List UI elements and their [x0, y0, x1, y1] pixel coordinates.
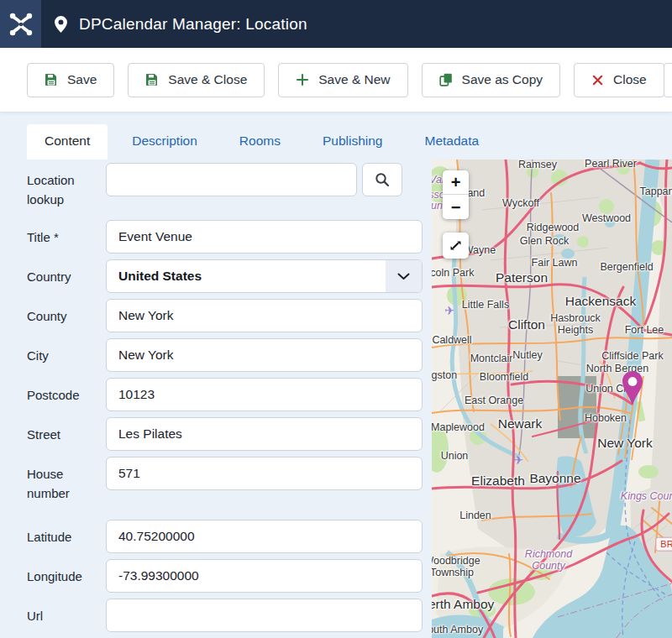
toolbar-button-label: Save & Close: [168, 72, 247, 87]
label-postcode: Postcode: [27, 378, 106, 411]
form-row-latitude: Latitude: [27, 520, 425, 553]
field-city: [106, 338, 423, 372]
field-street: [106, 417, 423, 451]
save-new-button[interactable]: Save & New: [278, 63, 407, 97]
form-row-house-number: House number: [27, 457, 425, 503]
form-row-url: Url: [27, 599, 425, 632]
toolbar: SaveSave & CloseSave & NewSave as CopyCl…: [0, 48, 672, 112]
toolbar-button-label: Save & New: [318, 72, 390, 87]
label-country: Country: [27, 259, 106, 293]
label-city: City: [27, 338, 106, 372]
chevron-down-icon: [386, 260, 422, 292]
form-row-location-lookup: Location lookup: [27, 163, 425, 209]
title-input[interactable]: [106, 220, 423, 254]
save-icon: [145, 73, 159, 86]
location-pin-icon: [54, 15, 68, 34]
tab-publishing[interactable]: Publishing: [305, 124, 401, 160]
label-location-lookup: Location lookup: [27, 163, 106, 209]
app-header: DPCalendar Manager: Location: [0, 0, 672, 48]
save-copy-button[interactable]: Save as Copy: [422, 63, 561, 97]
label-latitude: Latitude: [27, 520, 106, 553]
fullscreen-button[interactable]: [443, 233, 469, 259]
form-row-city: City: [27, 338, 425, 372]
toolbar-button-partial[interactable]: [664, 63, 672, 97]
label-title: Title *: [27, 220, 106, 254]
field-location-lookup: [106, 163, 402, 209]
tab-content[interactable]: Content: [27, 124, 108, 160]
country-select[interactable]: United States: [106, 259, 423, 293]
location-form: Location lookupTitle *CountryUnited Stat…: [0, 160, 425, 638]
county-input[interactable]: [106, 299, 423, 332]
save-icon: [45, 73, 58, 86]
label-house-number: House number: [27, 457, 106, 503]
tab-metadata[interactable]: Metadata: [407, 124, 496, 160]
close-button[interactable]: Close: [574, 63, 664, 97]
form-row-title: Title *: [27, 220, 425, 254]
form-row-street: Street: [27, 417, 425, 451]
postcode-input[interactable]: [106, 378, 423, 411]
form-row-country: CountryUnited States: [27, 259, 425, 293]
location-lookup-input[interactable]: [106, 163, 357, 196]
toolbar-button-label: Save: [67, 72, 97, 87]
location-search-button[interactable]: [362, 163, 402, 196]
url-input[interactable]: [106, 599, 423, 632]
field-postcode: [106, 378, 423, 411]
label-url: Url: [27, 599, 106, 632]
joomla-logo-icon: [7, 10, 35, 39]
street-input[interactable]: [106, 417, 423, 451]
map-zoom-control: + −: [443, 170, 469, 219]
country-selected-value: United States: [107, 269, 202, 284]
longitude-input[interactable]: [106, 559, 423, 593]
toolbar-button-label: Close: [613, 72, 647, 87]
label-street: Street: [27, 417, 106, 451]
copy-icon: [439, 73, 453, 86]
field-country: United States: [106, 259, 423, 293]
form-row-postcode: Postcode: [27, 378, 425, 411]
tab-bar: ContentDescriptionRoomsPublishingMetadat…: [27, 124, 672, 160]
tab-rooms[interactable]: Rooms: [222, 124, 298, 160]
fullscreen-arrows-icon: [449, 238, 463, 253]
field-longitude: [106, 559, 423, 593]
save-button[interactable]: Save: [27, 63, 114, 97]
save-close-button[interactable]: Save & Close: [128, 63, 265, 97]
city-input[interactable]: [106, 338, 423, 372]
zoom-in-button[interactable]: +: [443, 170, 469, 195]
toolbar-button-label: Save as Copy: [462, 72, 543, 87]
field-title: [106, 220, 423, 254]
form-row-longitude: Longitude: [27, 559, 425, 593]
latitude-input[interactable]: [106, 520, 423, 553]
map-tiles: [432, 160, 672, 638]
close-icon: [591, 74, 604, 86]
field-county: [106, 299, 423, 332]
label-county: County: [27, 299, 106, 332]
field-url: [106, 599, 423, 632]
house-number-input[interactable]: [106, 457, 423, 490]
joomla-logo[interactable]: [0, 0, 41, 48]
page-title: DPCalendar Manager: Location: [79, 15, 307, 34]
field-latitude: [106, 520, 423, 553]
plus-icon: [296, 73, 309, 86]
field-house-number: [106, 457, 423, 503]
zoom-out-button[interactable]: −: [443, 195, 469, 219]
tab-description[interactable]: Description: [114, 124, 215, 160]
search-icon: [375, 172, 390, 187]
form-row-county: County: [27, 299, 425, 332]
label-longitude: Longitude: [27, 559, 106, 593]
map[interactable]: RamseyPearl RiverOaklandWyckoffTappanWes…: [432, 160, 672, 638]
